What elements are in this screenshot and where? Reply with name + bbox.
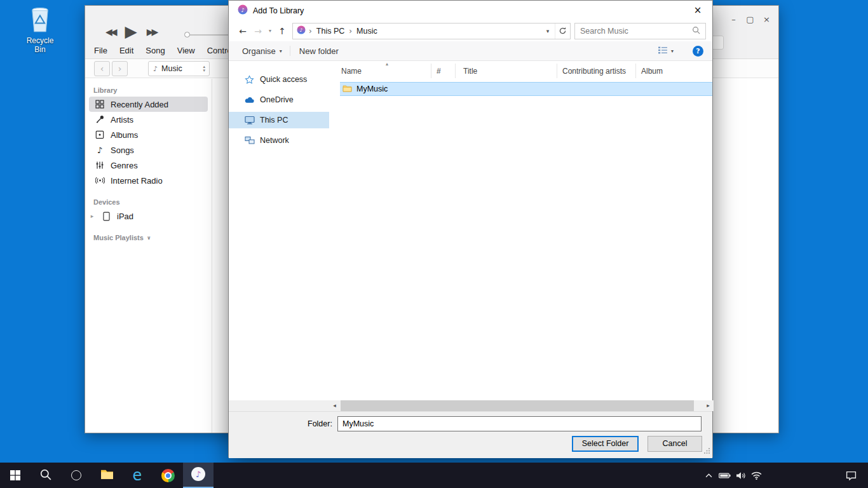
menu-edit[interactable]: Edit (119, 46, 133, 55)
new-folder-button[interactable]: New folder (299, 46, 339, 56)
library-header: Library (93, 86, 212, 94)
chrome-button[interactable] (153, 463, 183, 488)
recent-locations-chevron-icon[interactable]: ▾ (266, 28, 275, 34)
file-row-mymusic[interactable]: MyMusic (340, 82, 712, 96)
address-dropdown-icon[interactable]: ▾ (541, 28, 555, 34)
svg-text:♪: ♪ (196, 470, 201, 479)
search-box[interactable] (574, 23, 706, 39)
nav-item-onedrive[interactable]: OneDrive (229, 92, 329, 108)
album-icon (95, 130, 105, 139)
expand-chevron-icon[interactable]: ▸ (89, 213, 95, 219)
add-to-library-dialog: ♪ Add To Library × ← → ▾ ↑ ♪ › This PC ›… (228, 0, 713, 458)
scroll-track[interactable] (340, 400, 703, 411)
column-name[interactable]: Name (336, 64, 431, 78)
action-center-icon[interactable] (843, 471, 859, 480)
cortana-icon (71, 470, 81, 480)
menu-song[interactable]: Song (146, 46, 165, 55)
file-list: ▴ Name # Title Contributing artists Albu… (329, 61, 714, 400)
organise-label: Organise (242, 46, 276, 56)
playlists-header[interactable]: Music Playlists ∨ (93, 234, 212, 241)
playlists-header-label: Music Playlists (93, 234, 144, 241)
column-title[interactable]: Title (456, 64, 557, 78)
column-album[interactable]: Album (636, 64, 714, 78)
sidebar-item-recently-added[interactable]: Recently Added (89, 97, 208, 112)
media-picker-stepper[interactable]: ▴ ▾ (203, 65, 205, 72)
nav-item-label: Network (260, 136, 289, 145)
help-button[interactable]: ? (693, 46, 703, 57)
location-icon: ♪ (297, 25, 306, 36)
scroll-thumb[interactable] (341, 400, 694, 411)
dialog-close-button[interactable]: × (683, 1, 712, 20)
itunes-app-icon: ♪ (238, 4, 248, 17)
back-button[interactable]: ← (235, 26, 250, 36)
nav-item-label: OneDrive (260, 95, 294, 104)
dialog-footer: Folder: Select Folder Cancel (229, 411, 712, 458)
address-bar[interactable]: ♪ › This PC › Music ▾ (292, 23, 571, 39)
start-button[interactable] (0, 463, 31, 488)
scroll-left-button[interactable]: ◂ (329, 400, 340, 411)
dialog-body: Quick access OneDrive This PC Network (229, 61, 712, 400)
levels-icon (95, 161, 105, 170)
taskbar: e ♪ (0, 463, 868, 488)
breadcrumb-this-pc[interactable]: This PC (312, 27, 349, 36)
sidebar-item-ipad[interactable]: ▸ iPad (89, 208, 208, 224)
breadcrumb-music[interactable]: Music (352, 27, 382, 36)
recycle-bin-label: Recycle Bin (20, 36, 60, 54)
sidebar-item-internet-radio[interactable]: Internet Radio (89, 173, 208, 188)
scroll-right-button[interactable]: ▸ (703, 400, 714, 411)
minimize-button[interactable]: – (728, 15, 739, 24)
battery-icon[interactable] (717, 472, 733, 479)
desktop: { "desktop": { "recycle_bin_label": "Rec… (0, 0, 868, 488)
cortana-button[interactable] (61, 463, 92, 488)
new-folder-label: New folder (299, 46, 339, 56)
tray-chevron-up-icon[interactable] (701, 473, 717, 478)
view-mode-chevron-icon[interactable]: ▾ (671, 48, 674, 54)
horizontal-scrollbar[interactable]: ◂ ▸ (329, 400, 714, 411)
organise-button[interactable]: Organise ▾ (242, 46, 282, 56)
wifi-icon[interactable] (749, 471, 764, 480)
menu-file[interactable]: File (94, 46, 107, 55)
itunes-window-controls: – ▢ × (728, 15, 772, 24)
itunes-back-button[interactable]: ‹ (94, 61, 110, 76)
select-folder-button[interactable]: Select Folder (572, 436, 639, 452)
column-contributing-artists[interactable]: Contributing artists (557, 64, 636, 78)
search-input[interactable] (580, 27, 692, 36)
sidebar-item-albums[interactable]: Albums (89, 127, 208, 142)
volume-icon[interactable] (733, 471, 749, 480)
internet-explorer-button[interactable]: e (122, 463, 153, 488)
itunes-sidebar: Library Recently Added Artists (85, 79, 212, 433)
taskbar-search-button[interactable] (31, 463, 61, 488)
svg-text:♪: ♪ (241, 7, 245, 13)
chrome-icon (161, 469, 175, 482)
chevron-down-icon: ▾ (280, 48, 282, 54)
resize-grip[interactable] (703, 447, 710, 456)
forward-button[interactable]: → (250, 26, 266, 36)
close-button[interactable]: × (761, 15, 772, 24)
sidebar-item-genres[interactable]: Genres (89, 158, 208, 173)
media-picker[interactable]: ♪ Music ▴ ▾ (148, 61, 210, 76)
star-icon (244, 75, 255, 85)
itunes-taskbar-button[interactable]: ♪ (183, 463, 214, 488)
rewind-button[interactable]: ◀◀ (105, 27, 116, 37)
nav-item-quick-access[interactable]: Quick access (229, 71, 329, 88)
cancel-button[interactable]: Cancel (648, 436, 702, 452)
recycle-bin-desktop-icon[interactable]: Recycle Bin (20, 4, 60, 54)
nav-item-this-pc[interactable]: This PC (229, 112, 329, 128)
refresh-button[interactable] (555, 24, 570, 39)
view-mode-button[interactable] (658, 46, 668, 57)
chevron-down-icon: ∨ (147, 235, 151, 241)
play-button[interactable]: ▶ (125, 24, 137, 39)
column-number[interactable]: # (431, 64, 456, 78)
itunes-forward-button[interactable]: › (112, 61, 128, 76)
folder-name-input[interactable] (337, 416, 702, 431)
maximize-button[interactable]: ▢ (745, 15, 756, 24)
nav-item-network[interactable]: Network (229, 132, 329, 149)
sidebar-item-artists[interactable]: Artists (89, 112, 208, 127)
up-button[interactable]: ↑ (275, 26, 290, 36)
fast-forward-button[interactable]: ▶▶ (147, 27, 157, 37)
file-explorer-button[interactable] (92, 463, 122, 488)
sidebar-item-songs[interactable]: ♪ Songs (89, 142, 208, 158)
volume-knob[interactable] (184, 32, 190, 37)
menu-view[interactable]: View (177, 46, 195, 55)
dialog-nav-pane: Quick access OneDrive This PC Network (229, 61, 329, 400)
